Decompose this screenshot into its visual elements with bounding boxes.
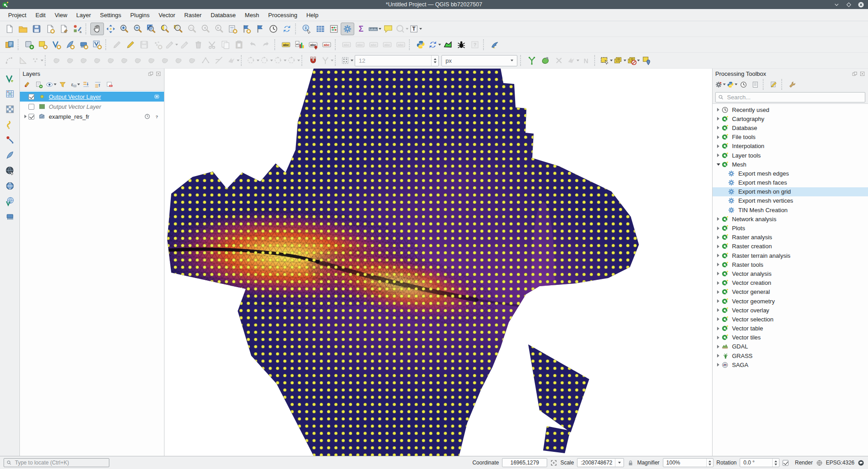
menu-view[interactable]: View <box>50 10 72 20</box>
menu-database[interactable]: Database <box>206 10 240 20</box>
minimize-icon[interactable] <box>833 1 840 8</box>
add-delimited-text-layer-button[interactable] <box>3 88 17 100</box>
layer-diagram-button[interactable]: ab <box>293 38 306 51</box>
chevron-down-icon[interactable] <box>438 44 441 46</box>
measure-line-button[interactable] <box>368 23 381 35</box>
chevron-down-icon[interactable] <box>624 60 626 61</box>
new-project-button[interactable] <box>3 23 16 35</box>
tree-group[interactable]: Database <box>713 123 868 132</box>
map-canvas[interactable] <box>164 69 712 456</box>
expand-arrow[interactable] <box>715 108 721 111</box>
toggle-editing-button[interactable] <box>124 38 137 51</box>
temporal-controller-button[interactable] <box>267 23 280 35</box>
crs-globe-icon[interactable] <box>816 460 823 466</box>
open-data-source-manager-button[interactable] <box>3 38 16 51</box>
expand-arrow[interactable] <box>715 254 721 257</box>
expand-arrow[interactable] <box>715 354 721 358</box>
chevron-down-icon[interactable] <box>618 462 621 464</box>
no-labels-button[interactable]: abc <box>320 38 333 51</box>
zoom-full-extent-button[interactable] <box>145 23 158 35</box>
avoid-overlap-button[interactable] <box>539 54 552 67</box>
chevron-down-icon[interactable] <box>270 60 273 61</box>
open-layer-styling-button[interactable] <box>22 79 33 90</box>
scale-combo[interactable]: :2008748672 <box>577 458 624 467</box>
algorithm-item[interactable]: Export mesh faces <box>713 178 868 187</box>
new-print-layout-button[interactable] <box>43 23 57 35</box>
chevron-down-icon[interactable] <box>41 60 43 61</box>
filter-by-expression-button[interactable]: ε <box>69 79 80 90</box>
chevron-down-icon[interactable] <box>284 60 286 61</box>
algorithm-item[interactable]: Export mesh edges <box>713 169 868 178</box>
tree-group[interactable]: Vector creation <box>713 279 868 288</box>
collapse-all-button[interactable] <box>92 79 103 90</box>
chevron-down-icon[interactable] <box>54 84 56 85</box>
snapping-tolerance-spinbox[interactable]: 12 <box>355 55 439 66</box>
menu-settings[interactable]: Settings <box>95 10 126 20</box>
tree-group[interactable]: Vector selection <box>713 315 868 324</box>
tree-group[interactable]: Layer tools <box>713 151 868 160</box>
layer-item[interactable]: example_res_fr? <box>20 111 164 121</box>
chevron-down-icon[interactable] <box>77 84 80 85</box>
snapping-unit-combo[interactable]: px <box>441 55 517 66</box>
expand-arrow[interactable] <box>715 272 721 275</box>
chevron-down-icon[interactable] <box>331 60 333 61</box>
expand-arrow[interactable] <box>715 281 721 285</box>
add-wms-layer-button[interactable] <box>3 164 17 177</box>
render-checkbox[interactable] <box>783 460 788 466</box>
coordinate-field[interactable]: 16965,1279 <box>502 458 547 467</box>
chevron-down-icon[interactable] <box>379 28 381 30</box>
zoom-out-button[interactable] <box>131 23 145 35</box>
tree-group[interactable]: Vector geometry <box>713 297 868 306</box>
new-spatialite-layer-button[interactable] <box>50 38 63 51</box>
chevron-down-icon[interactable] <box>257 60 259 61</box>
first-aid-debug-plugin-button[interactable] <box>455 38 468 51</box>
python-console-button[interactable] <box>414 38 427 51</box>
refresh-map-button[interactable] <box>280 23 294 35</box>
expand-all-button[interactable] <box>80 79 92 90</box>
chevron-down-icon[interactable] <box>297 60 300 61</box>
add-gpx-layer-button[interactable] <box>3 118 17 131</box>
filter-legend-button[interactable] <box>57 79 68 90</box>
float-panel-icon[interactable] <box>148 71 154 77</box>
tree-group[interactable]: Recently used <box>713 105 868 114</box>
style-manager-button[interactable]: a <box>70 23 84 35</box>
question-indicator[interactable]: ? <box>154 113 160 120</box>
tree-group[interactable]: Plots <box>713 223 868 232</box>
new-gpx-layer-button[interactable] <box>90 38 104 51</box>
expand-arrow[interactable] <box>715 317 721 321</box>
expand-arrow[interactable] <box>715 299 721 303</box>
tree-group[interactable]: Interpolation <box>713 142 868 151</box>
expand-arrow[interactable] <box>715 308 721 312</box>
layout-manager-button[interactable] <box>57 23 70 35</box>
locator-box[interactable] <box>4 458 109 467</box>
algorithm-item[interactable]: Export mesh vertices <box>713 196 868 205</box>
menu-processing[interactable]: Processing <box>264 10 302 20</box>
show-sum-features-button[interactable]: Σ <box>354 23 368 35</box>
chevron-down-icon[interactable] <box>723 84 726 85</box>
select-by-location-button[interactable] <box>640 54 653 67</box>
add-spatialite-layer-button[interactable] <box>3 149 17 162</box>
expand-arrow[interactable] <box>715 290 721 294</box>
results-viewer-button[interactable] <box>750 79 761 90</box>
text-annotation-button[interactable]: T <box>408 23 422 35</box>
expand-arrow[interactable] <box>715 336 721 339</box>
scripts-button[interactable] <box>726 79 737 90</box>
pan-map-button[interactable] <box>90 23 104 35</box>
close-icon[interactable] <box>858 1 864 8</box>
expand-arrow[interactable] <box>715 117 721 121</box>
tree-group[interactable]: GDAL <box>713 342 868 351</box>
edit-features-in-place-button[interactable] <box>768 79 779 90</box>
layer-labeling-button[interactable]: abc <box>279 38 293 51</box>
menu-layer[interactable]: Layer <box>72 10 96 20</box>
expand-arrow[interactable] <box>715 363 721 367</box>
add-group-button[interactable] <box>33 79 45 90</box>
algorithm-item[interactable]: Export mesh on grid <box>713 187 868 196</box>
maximize-icon[interactable] <box>845 1 852 8</box>
processing-search[interactable] <box>715 92 865 102</box>
deselect-all-button[interactable] <box>626 54 640 67</box>
zoom-to-layer-button[interactable] <box>172 23 185 35</box>
bird-plugin-button[interactable] <box>488 38 502 51</box>
add-vector-layer-button[interactable] <box>3 72 17 85</box>
layer-visibility-checkbox[interactable] <box>28 94 34 100</box>
tree-group[interactable]: Network analysis <box>713 214 868 223</box>
